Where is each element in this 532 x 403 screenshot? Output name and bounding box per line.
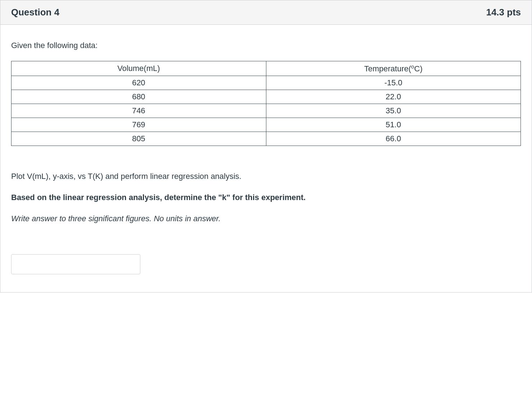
table-row: 620 -15.0 bbox=[11, 76, 521, 90]
table-header-volume: Volume(mL) bbox=[11, 61, 266, 76]
temp-cell: 51.0 bbox=[266, 118, 521, 132]
table-row: 746 35.0 bbox=[11, 104, 521, 118]
question-title: Question 4 bbox=[11, 7, 59, 18]
table-row: 680 22.0 bbox=[11, 90, 521, 104]
instruction-plot: Plot V(mL), y-axis, vs T(K) and perform … bbox=[11, 171, 521, 182]
volume-cell: 746 bbox=[11, 104, 266, 118]
answer-input[interactable] bbox=[11, 254, 140, 274]
temp-cell: -15.0 bbox=[266, 76, 521, 90]
volume-cell: 805 bbox=[11, 132, 266, 146]
temp-cell: 22.0 bbox=[266, 90, 521, 104]
question-points: 14.3 pts bbox=[486, 7, 521, 18]
data-table: Volume(mL) Temperature(oC) 620 -15.0 680… bbox=[11, 61, 521, 146]
instruction-format: Write answer to three significant figure… bbox=[11, 213, 521, 224]
table-header-temperature: Temperature(oC) bbox=[266, 61, 521, 76]
question-header: Question 4 14.3 pts bbox=[0, 0, 532, 25]
temp-cell: 66.0 bbox=[266, 132, 521, 146]
table-row: 805 66.0 bbox=[11, 132, 521, 146]
question-container: Question 4 14.3 pts Given the following … bbox=[0, 0, 532, 293]
table-row: 769 51.0 bbox=[11, 118, 521, 132]
volume-cell: 769 bbox=[11, 118, 266, 132]
temp-cell: 35.0 bbox=[266, 104, 521, 118]
table-header-row: Volume(mL) Temperature(oC) bbox=[11, 61, 521, 76]
volume-cell: 620 bbox=[11, 76, 266, 90]
intro-text: Given the following data: bbox=[11, 41, 521, 50]
volume-cell: 680 bbox=[11, 90, 266, 104]
question-body: Given the following data: Volume(mL) Tem… bbox=[0, 25, 532, 292]
instruction-determine: Based on the linear regression analysis,… bbox=[11, 192, 521, 203]
